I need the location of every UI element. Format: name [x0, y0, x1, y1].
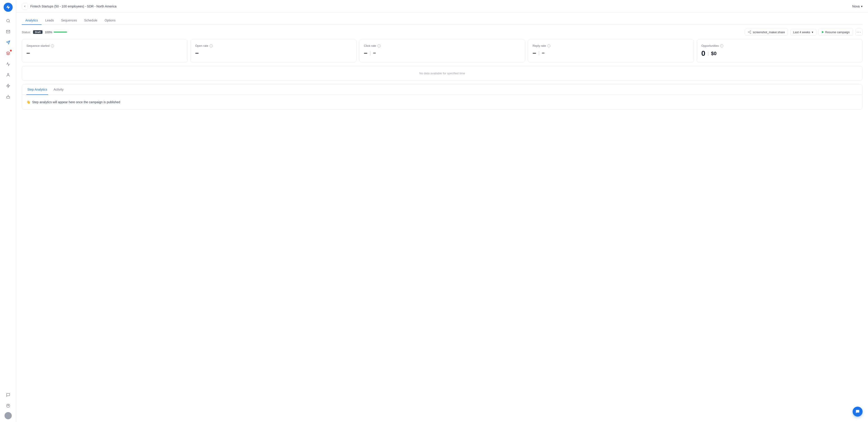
step-analytics-section: Step Analytics Activity 👋 Step analytics… [22, 84, 863, 109]
chat-bubble[interactable] [852, 407, 863, 417]
back-button[interactable] [22, 3, 28, 9]
lightning-icon[interactable] [4, 81, 13, 90]
analytics-icon[interactable] [4, 60, 13, 69]
stat-value: – [26, 49, 183, 57]
stat-header: Click rate i [364, 44, 520, 47]
step-emoji: 👋 [26, 100, 30, 104]
stat-opportunities: Opportunities i 0 | $0 [697, 39, 863, 62]
info-icon[interactable]: i [51, 44, 54, 47]
topbar-left: Fintech Startups (50 - 100 employees) - … [22, 3, 116, 9]
stat-label: Click rate [364, 44, 376, 47]
stat-label: Sequence started [26, 44, 50, 47]
resume-campaign-button[interactable]: Resume campaign [818, 29, 853, 36]
sidebar [0, 0, 16, 422]
app-logo[interactable] [4, 3, 13, 12]
astronaut-icon[interactable] [4, 401, 13, 410]
play-icon [822, 31, 824, 33]
info-icon[interactable]: i [377, 44, 381, 47]
stat-label: Reply rate [532, 44, 546, 47]
stat-label: Opportunities [702, 44, 719, 47]
svg-point-6 [8, 95, 8, 96]
stat-divider: | [370, 51, 371, 56]
stat-primary: – [364, 49, 368, 57]
stat-divider: | [538, 51, 539, 56]
stat-value: – [195, 49, 351, 57]
layers-icon[interactable] [4, 49, 13, 58]
stat-primary: 0 [702, 49, 706, 58]
step-content: 👋 Step analytics will appear here once t… [22, 95, 862, 109]
stat-secondary: $0 [711, 51, 717, 57]
date-filter[interactable]: Last 4 weeks ▾ [790, 29, 816, 35]
step-message: 👋 Step analytics will appear here once t… [26, 100, 858, 104]
svg-line-12 [749, 32, 750, 33]
svg-point-8 [7, 405, 8, 406]
robot-icon[interactable] [4, 92, 13, 101]
step-tabs: Step Analytics Activity [22, 85, 862, 95]
notification-dot [10, 50, 12, 52]
person-icon[interactable] [4, 70, 13, 79]
date-filter-label: Last 4 weeks [793, 31, 810, 34]
stat-header: Open rate i [195, 44, 351, 47]
tab-options[interactable]: Options [101, 16, 119, 25]
share-button[interactable]: screenshot_maker.share [745, 29, 788, 35]
tab-schedule[interactable]: Schedule [81, 16, 101, 25]
svg-point-0 [6, 19, 9, 22]
stat-value: – | – [364, 49, 520, 57]
stat-primary: – [26, 49, 30, 57]
chat-bottom-icon[interactable] [4, 390, 13, 399]
user-menu[interactable]: Nova ▾ [852, 4, 863, 8]
toolbar-right: screenshot_maker.share Last 4 weeks ▾ Re… [745, 29, 863, 36]
chevron-down-icon: ▾ [861, 4, 863, 8]
progress-text: 100% [45, 31, 52, 34]
tab-sequences[interactable]: Sequences [57, 16, 81, 25]
search-icon[interactable] [4, 16, 13, 25]
progress-bar-fill [54, 32, 67, 33]
topbar: Fintech Startups (50 - 100 employees) - … [16, 0, 868, 13]
info-icon[interactable]: i [547, 44, 550, 47]
stat-click-rate: Click rate i – | – [359, 39, 525, 62]
no-data-box: No data available for specified time [22, 66, 863, 80]
stats-grid: Sequence started i – Open rate i – [22, 39, 863, 62]
main-content: Fintech Startups (50 - 100 employees) - … [16, 0, 868, 422]
analytics-toolbar: Status: Draft 100% screenshot_maker.shar… [22, 25, 863, 39]
stat-sequence-started: Sequence started i – [22, 39, 188, 62]
resume-label: Resume campaign [825, 31, 850, 34]
svg-line-13 [749, 31, 750, 32]
status-badge: Draft [33, 30, 42, 34]
stat-header: Opportunities i [702, 44, 858, 47]
mail-icon[interactable] [4, 27, 13, 36]
svg-rect-5 [6, 96, 10, 98]
stat-header: Sequence started i [26, 44, 183, 47]
step-tab-analytics[interactable]: Step Analytics [26, 85, 48, 95]
stat-reply-rate: Reply rate i – | – [528, 39, 694, 62]
send-icon[interactable] [4, 38, 13, 47]
stat-secondary: – [542, 50, 545, 56]
stat-divider: | [708, 51, 709, 56]
stat-primary: – [532, 49, 536, 57]
stat-value: 0 | $0 [702, 49, 858, 58]
stat-header: Reply rate i [532, 44, 689, 47]
stat-primary: – [195, 49, 199, 57]
stat-open-rate: Open rate i – [190, 39, 356, 62]
sidebar-bottom [4, 390, 13, 419]
svg-marker-3 [6, 52, 10, 54]
user-name: Nova [852, 4, 860, 8]
tab-leads[interactable]: Leads [41, 16, 57, 25]
tab-analytics[interactable]: Analytics [22, 16, 41, 25]
stat-secondary: – [373, 50, 376, 56]
status-label: Status: [22, 31, 31, 34]
user-avatar[interactable] [4, 412, 12, 419]
chevron-down-icon: ▾ [812, 31, 813, 34]
status-row: Status: Draft 100% [22, 30, 67, 34]
info-icon[interactable]: i [210, 44, 213, 47]
stat-value: – | – [532, 49, 689, 57]
more-options-button[interactable]: ··· [855, 29, 863, 36]
no-data-message: No data available for specified time [419, 72, 465, 75]
progress-bar-track [54, 32, 67, 33]
stat-label: Open rate [195, 44, 208, 47]
step-tab-activity[interactable]: Activity [53, 85, 64, 95]
progress-container: 100% [45, 31, 67, 34]
svg-point-9 [750, 31, 751, 31]
campaign-title: Fintech Startups (50 - 100 employees) - … [30, 4, 116, 8]
info-icon[interactable]: i [720, 44, 723, 47]
